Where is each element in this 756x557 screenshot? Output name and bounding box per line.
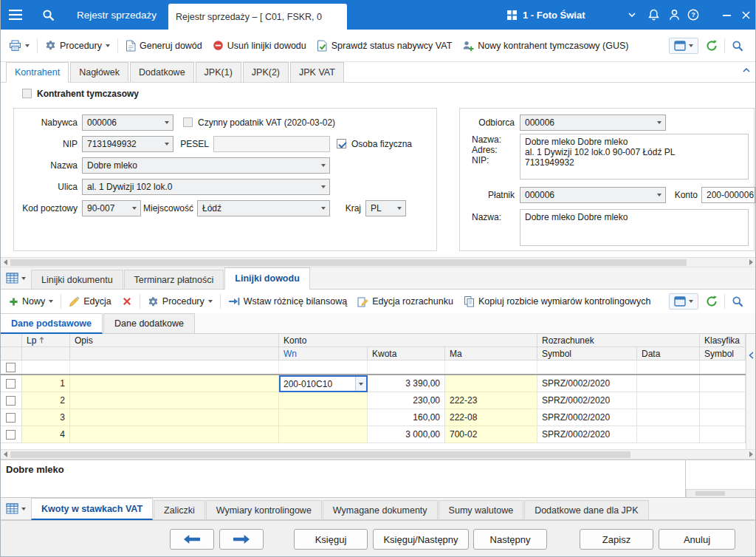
- row-checkbox[interactable]: [6, 413, 16, 423]
- apps-grid-icon[interactable]: [504, 0, 520, 30]
- tab-dodatkowe-dane-jpk[interactable]: Dodatkowe dane dla JPK: [524, 500, 648, 519]
- scroll-left-arrow[interactable]: [0, 258, 10, 267]
- chevron-down-icon[interactable]: [355, 377, 366, 391]
- tab-linijki-dowodu[interactable]: Linijki dowodu: [224, 267, 310, 290]
- select-column-header[interactable]: [0, 334, 22, 347]
- help-icon[interactable]: ?: [684, 0, 703, 30]
- collapse-side-panel[interactable]: [746, 334, 756, 449]
- cell-symbol[interactable]: SPRZ/0002/2020: [537, 409, 637, 426]
- zapisz-button[interactable]: Zapisz: [580, 529, 653, 550]
- cell-opis[interactable]: [70, 409, 279, 426]
- kraj-select[interactable]: PL: [365, 200, 406, 216]
- cell-klasyfikacja[interactable]: [700, 426, 746, 443]
- tab-sumy-walutowe[interactable]: Sumy walutowe: [439, 500, 524, 519]
- grid-new-row[interactable]: [0, 360, 746, 375]
- nip-select[interactable]: 7131949932: [82, 136, 173, 152]
- nowy-button[interactable]: Nowy: [4, 293, 58, 310]
- cell-opis[interactable]: [70, 392, 279, 409]
- nastepny-button[interactable]: Następny: [473, 529, 547, 550]
- cell-kwota[interactable]: 160,00: [368, 409, 445, 426]
- tab-wymiary-kontrolingowe[interactable]: Wymiary kontrolingowe: [206, 500, 322, 519]
- cell-lp[interactable]: 3: [22, 409, 70, 426]
- refresh-button[interactable]: [701, 37, 722, 55]
- edycja-rozrachunku-button[interactable]: Edycja rozrachunku: [352, 293, 458, 310]
- column-group-klasyfikacja[interactable]: Klasyfika: [700, 334, 746, 347]
- view-selector-button[interactable]: [669, 293, 698, 310]
- cell-klasyfikacja[interactable]: [700, 392, 746, 409]
- tab-naglowek[interactable]: Nagłówek: [70, 62, 128, 82]
- scroll-right-arrow[interactable]: [746, 258, 756, 267]
- anuluj-button[interactable]: Anuluj: [659, 529, 735, 550]
- konto-field[interactable]: 200-000006: [701, 187, 755, 203]
- tab-wymagane-dokumenty[interactable]: Wymagane dokumenty: [323, 500, 438, 519]
- cell-data[interactable]: [637, 375, 700, 392]
- procedury-menu-button[interactable]: Procedury: [40, 37, 115, 54]
- grid-row-4[interactable]: 4 3 000,00 700-02 SPRZ/0002/2020: [0, 426, 746, 443]
- collapse-panel-icon[interactable]: [743, 68, 750, 72]
- odbiorca-select[interactable]: 000006: [520, 115, 666, 131]
- tab-zaliczki[interactable]: Zaliczki: [154, 500, 205, 519]
- cell-select[interactable]: [0, 426, 22, 443]
- column-header-symbol2[interactable]: Symbol: [700, 347, 746, 360]
- cell-data[interactable]: [637, 409, 700, 426]
- tab-jpk-vat[interactable]: JPK VAT: [290, 62, 344, 82]
- ksieguj-button[interactable]: Księguj: [294, 529, 368, 550]
- tab-jpk2[interactable]: JPK(2): [243, 62, 289, 82]
- grid-view-icon[interactable]: [0, 273, 31, 289]
- cell-wn[interactable]: [279, 409, 368, 426]
- usun-wiersz-button[interactable]: [117, 293, 137, 310]
- row-checkbox[interactable]: [6, 379, 16, 389]
- kod-pocztowy-select[interactable]: 90-007: [82, 200, 141, 216]
- cell-data[interactable]: [637, 392, 700, 409]
- cell-lp[interactable]: 2: [22, 392, 70, 409]
- notifications-bell-icon[interactable]: [644, 0, 663, 30]
- column-header-opis[interactable]: Opis: [70, 334, 279, 347]
- wn-account-editor[interactable]: 200-010C10: [279, 375, 368, 392]
- tab-jpk1[interactable]: JPK(1): [196, 62, 241, 82]
- osoba-fizyczna-checkbox[interactable]: [337, 139, 346, 148]
- column-header-symbol[interactable]: Symbol: [537, 347, 637, 360]
- cell-wn[interactable]: [279, 426, 368, 443]
- czynny-podatnik-checkbox[interactable]: [183, 117, 193, 127]
- cell-symbol[interactable]: SPRZ/0002/2020: [537, 426, 637, 443]
- view-selector-button[interactable]: [669, 38, 698, 54]
- wstaw-roznice-button[interactable]: Wstaw różnicę bilansową: [223, 293, 352, 310]
- cell-kwota[interactable]: 230,00: [368, 392, 445, 409]
- platnik-select[interactable]: 000006: [520, 187, 666, 203]
- cell-data[interactable]: [637, 426, 700, 443]
- kopiuj-rozbicie-button[interactable]: Kopiuj rozbicie wymiarów kontrolingowych: [458, 293, 656, 310]
- tab-dane-dodatkowe[interactable]: Dane dodatkowe: [103, 313, 195, 333]
- cell-kwota[interactable]: 3 390,00: [368, 375, 445, 392]
- close-icon[interactable]: [737, 0, 755, 30]
- scrollbar-thumb[interactable]: [10, 259, 687, 266]
- cell-opis[interactable]: [70, 426, 279, 443]
- grid-horizontal-scrollbar[interactable]: [0, 449, 756, 459]
- cell-klasyfikacja[interactable]: [700, 375, 746, 392]
- cell-kwota[interactable]: 3 000,00: [368, 426, 445, 443]
- ksieguj-nastepny-button[interactable]: Księguj/Następny: [373, 529, 469, 550]
- cell-opis[interactable]: [70, 375, 279, 392]
- cell-ma[interactable]: 222-08: [445, 409, 537, 426]
- tab-dane-podstawowe[interactable]: Dane podstawowe: [0, 313, 103, 334]
- cell-lp[interactable]: 4: [22, 426, 70, 443]
- cell-wn[interactable]: [279, 392, 368, 409]
- chevron-down-icon[interactable]: [625, 0, 639, 30]
- miejscowosc-select[interactable]: Łódź: [197, 200, 330, 216]
- generuj-dowod-button[interactable]: Generuj dowód: [120, 37, 207, 55]
- grid-row-3[interactable]: 3 160,00 222-08 SPRZ/0002/2020: [0, 409, 746, 426]
- nazwa-select[interactable]: Dobre mleko: [82, 157, 330, 174]
- next-record-button[interactable]: [219, 529, 264, 550]
- cell-select[interactable]: [0, 392, 22, 409]
- form-horizontal-scrollbar[interactable]: [0, 257, 756, 267]
- tab-kontrahent[interactable]: Kontrahent: [6, 62, 69, 83]
- usun-linijki-button[interactable]: Usuń linijki dowodu: [207, 37, 312, 54]
- column-header-lp[interactable]: Lp: [22, 334, 70, 347]
- cell-select[interactable]: [0, 375, 22, 392]
- search-icon[interactable]: [34, 0, 62, 30]
- sprawdz-status-vat-button[interactable]: Sprawdź status nabywcy VAT: [312, 37, 458, 55]
- search-filter-icon[interactable]: [727, 37, 748, 55]
- previous-record-button[interactable]: [170, 529, 214, 550]
- scroll-left-arrow[interactable]: [0, 450, 10, 459]
- nabywca-select[interactable]: 000006: [82, 115, 173, 131]
- column-header-ma[interactable]: Ma: [445, 347, 537, 360]
